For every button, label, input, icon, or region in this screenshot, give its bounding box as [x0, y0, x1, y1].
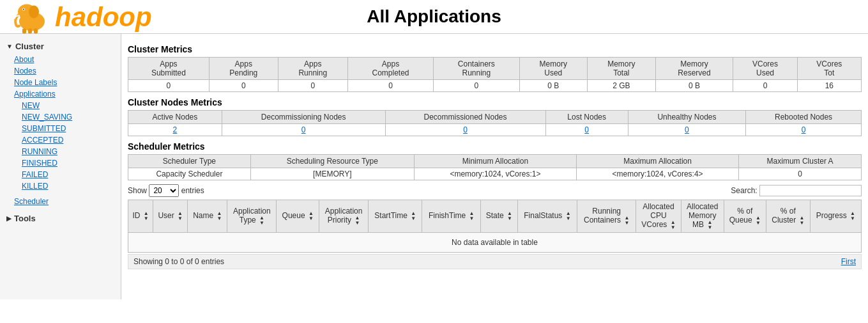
val-memory-total: 2 GB	[588, 80, 656, 92]
rebooted-nodes-link[interactable]: 0	[802, 125, 806, 134]
priority-sort-icon[interactable]: ▲▼	[354, 216, 360, 226]
sidebar-item-running[interactable]: RUNNING	[0, 146, 121, 157]
cluster-arrow-icon: ▼	[6, 43, 13, 50]
svg-point-3	[23, 9, 24, 10]
sidebar-item-finished[interactable]: FINISHED	[0, 157, 121, 169]
sidebar-item-submitted[interactable]: SUBMITTED	[0, 123, 121, 134]
col-apps-pending: AppsPending	[209, 58, 278, 80]
tools-arrow-icon: ▶	[6, 215, 11, 222]
page-title: All Applications	[367, 6, 501, 27]
sidebar-item-accepted[interactable]: ACCEPTED	[0, 134, 121, 146]
app-col-progress: Progress ▲▼	[810, 200, 861, 233]
col-apps-running: AppsRunning	[278, 58, 347, 80]
col-containers-running: ContainersRunning	[434, 58, 519, 80]
apptype-sort-icon[interactable]: ▲▼	[259, 216, 264, 226]
entries-label: entries	[181, 186, 204, 195]
unhealthy-nodes-link[interactable]: 0	[685, 125, 689, 134]
svg-rect-5	[22, 29, 26, 34]
hadoop-logo-text: hadoop	[55, 1, 152, 32]
app-col-application-type: ApplicationType ▲▼	[227, 200, 277, 233]
active-nodes-link[interactable]: 2	[173, 125, 178, 134]
entries-select[interactable]: 10 20 25 50 100	[149, 184, 179, 197]
logo-area: hadoop	[13, 0, 152, 35]
val-unhealthy-nodes: 0	[628, 124, 745, 136]
cluster-section-header[interactable]: ▼ Cluster	[0, 39, 121, 54]
sidebar-item-failed[interactable]: FAILED	[0, 169, 121, 180]
name-sort-icon[interactable]: ▲▼	[217, 211, 222, 221]
app-col-id: ID ▲▼	[128, 200, 153, 233]
showing-info-bar: Showing 0 to 0 of 0 entries First	[128, 254, 862, 269]
app-col-allocated-memory: AllocatedMemoryMB ▲▼	[681, 200, 724, 233]
sidebar-item-new-saving[interactable]: NEW_SAVING	[0, 111, 121, 123]
main-layout: ▼ Cluster About Nodes Node Labels Applic…	[0, 34, 868, 299]
app-col-running-containers: RunningContainers ▲▼	[577, 200, 636, 233]
state-sort-icon[interactable]: ▲▼	[507, 211, 512, 221]
val-apps-completed: 0	[347, 80, 433, 92]
starttime-sort-icon[interactable]: ▲▼	[411, 211, 416, 221]
queue-sort-icon[interactable]: ▲▼	[308, 211, 314, 221]
val-scheduling-resource-type: [MEMORY]	[250, 168, 414, 180]
val-maximum-cluster: 0	[739, 168, 862, 180]
id-sort-icon[interactable]: ▲▼	[144, 211, 149, 221]
sidebar: ▼ Cluster About Nodes Node Labels Applic…	[0, 34, 121, 299]
finishtime-sort-icon[interactable]: ▲▼	[469, 211, 475, 221]
app-col-state: State ▲▼	[481, 200, 517, 233]
app-col-name: Name ▲▼	[188, 200, 227, 233]
sidebar-item-about[interactable]: About	[0, 54, 121, 65]
val-containers-running: 0	[434, 80, 519, 92]
header: hadoop All Applications	[0, 0, 868, 34]
col-active-nodes: Active Nodes	[128, 111, 222, 124]
mem-sort-icon[interactable]: ▲▼	[707, 220, 712, 230]
col-vcores-total: VCoresTot	[797, 58, 861, 80]
cluster-label: Cluster	[15, 42, 44, 51]
lost-nodes-link[interactable]: 0	[584, 125, 589, 134]
sidebar-item-nodes[interactable]: Nodes	[0, 65, 121, 77]
val-minimum-allocation: <memory:1024, vCores:1>	[414, 168, 576, 180]
app-col-allocated-cpu: AllocatedCPUVCores ▲▼	[636, 200, 681, 233]
show-label: Show	[128, 186, 147, 195]
val-maximum-allocation: <memory:1024, vCores:4>	[577, 168, 739, 180]
no-data-row: No data available in table	[128, 233, 862, 253]
val-lost-nodes: 0	[545, 124, 628, 136]
applications-table: ID ▲▼ User ▲▼ Name ▲▼ ApplicationType ▲▼…	[128, 200, 862, 253]
col-memory-used: MemoryUsed	[519, 58, 588, 80]
val-apps-running: 0	[278, 80, 347, 92]
sidebar-item-node-labels[interactable]: Node Labels	[0, 77, 121, 88]
sidebar-item-applications[interactable]: Applications	[0, 88, 121, 100]
progress-sort-icon[interactable]: ▲▼	[850, 211, 855, 221]
decommissioned-nodes-link[interactable]: 0	[463, 125, 468, 134]
pctcluster-sort-icon[interactable]: ▲▼	[800, 216, 805, 226]
search-area: Search:	[731, 185, 862, 196]
sidebar-item-killed[interactable]: KILLED	[0, 180, 121, 192]
containers-sort-icon[interactable]: ▲▼	[624, 216, 629, 226]
hadoop-logo-elephant	[13, 0, 51, 35]
user-sort-icon[interactable]: ▲▼	[178, 211, 183, 221]
val-active-nodes: 2	[128, 124, 222, 136]
sidebar-item-scheduler[interactable]: Scheduler	[0, 196, 121, 207]
val-decommissioned-nodes: 0	[385, 124, 545, 136]
cpu-sort-icon[interactable]: ▲▼	[671, 220, 676, 230]
pctqueue-sort-icon[interactable]: ▲▼	[756, 216, 761, 226]
first-page-button[interactable]: First	[841, 257, 856, 266]
show-entries-control: Show 10 20 25 50 100 entries	[128, 184, 204, 197]
finalstatus-sort-icon[interactable]: ▲▼	[566, 211, 571, 221]
decommissioning-nodes-link[interactable]: 0	[301, 125, 306, 134]
sidebar-item-new[interactable]: NEW	[0, 100, 121, 111]
col-decommissioning-nodes: Decommissioning Nodes	[222, 111, 385, 124]
val-vcores-total: 16	[797, 80, 861, 92]
col-vcores-used: VCoresUsed	[733, 58, 797, 80]
cluster-nodes-metrics-title: Cluster Nodes Metrics	[128, 97, 862, 107]
cluster-metrics-title: Cluster Metrics	[128, 44, 862, 54]
cluster-metrics-table: AppsSubmitted AppsPending AppsRunning Ap…	[128, 57, 862, 92]
search-input[interactable]	[759, 185, 862, 196]
tools-section-header[interactable]: ▶ Tools	[0, 211, 121, 226]
col-memory-total: MemoryTotal	[588, 58, 656, 80]
col-maximum-cluster: Maximum Cluster A	[739, 155, 862, 168]
col-rebooted-nodes: Rebooted Nodes	[746, 111, 862, 124]
svg-point-4	[29, 6, 39, 19]
app-col-finishtime: FinishTime ▲▼	[422, 200, 481, 233]
app-col-queue: Queue ▲▼	[277, 200, 319, 233]
no-data-message: No data available in table	[128, 233, 862, 253]
scheduler-metrics-title: Scheduler Metrics	[128, 141, 862, 152]
app-col-finalstatus: FinalStatus ▲▼	[517, 200, 577, 233]
